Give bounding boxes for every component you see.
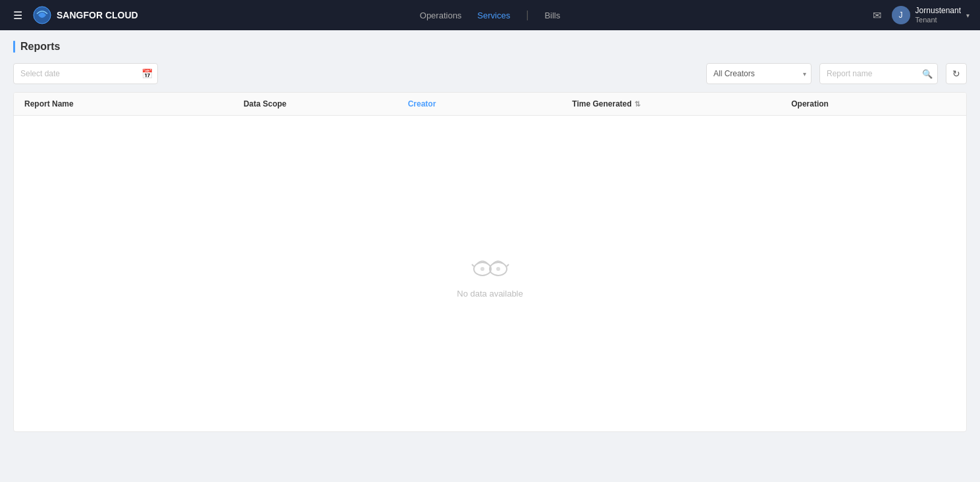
logo-area: SANGFOR CLOUD bbox=[33, 6, 138, 24]
creator-select[interactable]: All Creators bbox=[706, 63, 812, 84]
table-header: Report Name Data Scope Creator Time Gene… bbox=[14, 93, 966, 116]
creator-select-wrapper: All Creators ▾ bbox=[706, 63, 812, 84]
page-title: Reports bbox=[20, 41, 60, 53]
svg-line-5 bbox=[507, 264, 509, 266]
nav-services[interactable]: Services bbox=[477, 8, 510, 23]
col-time-generated[interactable]: Time Generated ⇅ bbox=[572, 99, 791, 108]
logo-icon bbox=[33, 6, 51, 24]
avatar: J bbox=[892, 6, 910, 24]
no-data-icon bbox=[471, 249, 510, 282]
nav-operations[interactable]: Operations bbox=[420, 8, 462, 23]
date-input-wrapper: 📅 bbox=[13, 63, 158, 84]
search-input[interactable] bbox=[819, 63, 938, 84]
table-container: Report Name Data Scope Creator Time Gene… bbox=[13, 92, 967, 432]
nav-bills[interactable]: Bills bbox=[544, 8, 560, 23]
hamburger-button[interactable]: ☰ bbox=[11, 7, 25, 24]
no-data-text: No data available bbox=[457, 289, 523, 299]
user-info: Jornustenant Tenant bbox=[916, 6, 961, 24]
mail-icon[interactable]: ✉ bbox=[873, 9, 881, 22]
svg-point-6 bbox=[480, 267, 484, 271]
col-creator: Creator bbox=[408, 99, 573, 108]
svg-line-4 bbox=[472, 264, 474, 266]
topnav-center: Operations Services | Bills bbox=[420, 8, 560, 23]
search-icon[interactable]: 🔍 bbox=[922, 69, 933, 79]
user-area[interactable]: J Jornustenant Tenant ▾ bbox=[892, 6, 969, 24]
col-report-name: Report Name bbox=[24, 99, 244, 108]
page-content: Reports 📅 All Creators ▾ 🔍 ↻ Report Name bbox=[0, 30, 980, 482]
no-data-container: No data available bbox=[457, 249, 523, 299]
topnav-right: ✉ J Jornustenant Tenant ▾ bbox=[873, 6, 969, 24]
topnav-left: ☰ SANGFOR CLOUD bbox=[11, 6, 138, 24]
topnav: ☰ SANGFOR CLOUD Operations Services | Bi… bbox=[0, 0, 980, 30]
sort-icon: ⇅ bbox=[634, 100, 640, 108]
user-chevron-icon: ▾ bbox=[966, 12, 969, 19]
table-body: No data available bbox=[14, 116, 966, 431]
col-data-scope: Data Scope bbox=[244, 99, 408, 108]
search-input-wrapper: 🔍 bbox=[819, 63, 938, 84]
nav-divider: | bbox=[526, 9, 529, 21]
logo-text: SANGFOR CLOUD bbox=[57, 10, 138, 20]
user-name: Jornustenant bbox=[916, 6, 961, 15]
col-operation: Operation bbox=[791, 99, 956, 108]
filters-row: 📅 All Creators ▾ 🔍 ↻ bbox=[13, 63, 967, 84]
user-role: Tenant bbox=[916, 16, 961, 24]
refresh-button[interactable]: ↻ bbox=[946, 63, 967, 84]
svg-point-7 bbox=[496, 267, 500, 271]
page-title-bar bbox=[13, 41, 15, 53]
date-input[interactable] bbox=[13, 63, 158, 84]
page-title-area: Reports bbox=[13, 41, 967, 53]
